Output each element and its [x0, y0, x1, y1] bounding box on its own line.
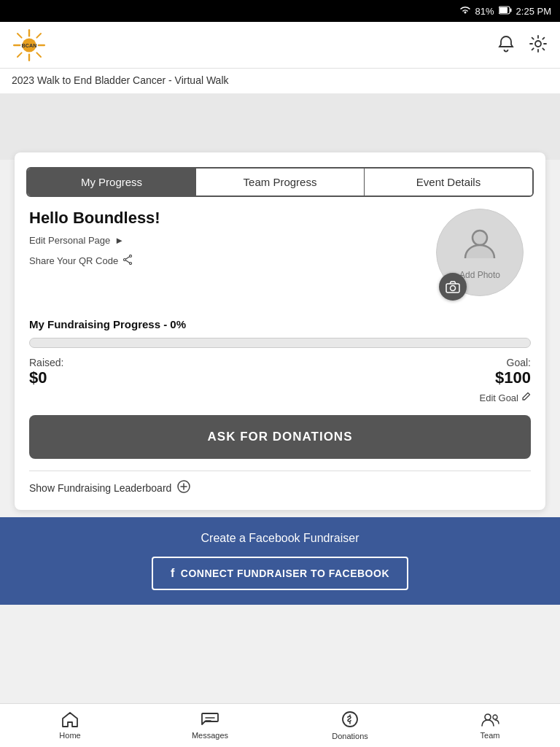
bottom-spacer	[0, 612, 560, 663]
person-silhouette-icon	[462, 225, 498, 268]
settings-icon[interactable]	[528, 34, 548, 57]
svg-point-21	[451, 286, 456, 291]
goal-section: Goal: $100	[495, 357, 531, 387]
notifications-icon[interactable]	[496, 34, 516, 57]
bottom-nav: Home Messages Donations Te	[0, 703, 560, 747]
nav-team-label: Team	[481, 731, 500, 740]
team-icon	[481, 711, 499, 729]
svg-point-13	[535, 41, 541, 47]
goal-amount: $100	[495, 368, 531, 387]
nav-item-messages[interactable]: Messages	[140, 704, 280, 747]
svg-point-26	[485, 714, 491, 720]
wifi-icon	[459, 6, 471, 17]
svg-line-11	[18, 53, 22, 57]
nav-item-team[interactable]: Team	[420, 704, 560, 747]
svg-rect-1	[510, 8, 511, 12]
main-card: My Progress Team Progress Event Details …	[15, 152, 545, 510]
plus-circle-icon	[177, 480, 190, 495]
nav-item-home[interactable]: Home	[0, 704, 140, 747]
facebook-card-title: Create a Facebook Fundraiser	[15, 532, 545, 545]
ask-donations-button[interactable]: ASK FOR DONATIONS	[29, 415, 531, 459]
svg-point-27	[493, 715, 497, 719]
profile-photo-area: Add Photo	[436, 209, 531, 303]
tab-team-progress[interactable]: Team Progress	[195, 169, 364, 196]
facebook-card: Create a Facebook Fundraiser f CONNECT F…	[0, 517, 560, 605]
raised-goal-row: Raised: $0 Goal: $100	[29, 357, 531, 387]
profile-section: Hello Boundless! Edit Personal Page ► Sh…	[15, 209, 545, 303]
svg-point-14	[130, 255, 132, 258]
raised-label: Raised:	[29, 357, 63, 368]
greeting-text: Hello Boundless!	[29, 209, 436, 228]
divider	[29, 471, 531, 471]
edit-goal-link[interactable]: Edit Goal	[29, 392, 531, 403]
svg-point-15	[130, 263, 132, 265]
status-bar: 81% 2:25 PM	[0, 0, 560, 22]
svg-line-9	[36, 53, 41, 57]
svg-point-16	[124, 259, 126, 261]
battery-icon	[499, 6, 512, 17]
raised-amount: $0	[29, 368, 63, 387]
banner-area	[0, 94, 560, 160]
svg-text:BCAN: BCAN	[22, 42, 37, 49]
svg-point-25	[343, 712, 357, 727]
edit-personal-page-link[interactable]: Edit Personal Page ►	[29, 235, 436, 246]
goal-label: Goal:	[495, 357, 531, 368]
progress-tabs: My Progress Team Progress Event Details	[26, 167, 534, 197]
svg-point-19	[472, 231, 487, 245]
tab-event-details[interactable]: Event Details	[364, 169, 532, 196]
nav-messages-label: Messages	[192, 731, 228, 740]
share-icon	[122, 255, 133, 267]
svg-line-17	[125, 257, 129, 259]
app-header: BCAN	[0, 22, 560, 69]
progress-bar-container	[29, 338, 531, 348]
nav-donations-label: Donations	[332, 732, 368, 740]
messages-icon	[201, 711, 219, 729]
fundraising-progress-title: My Fundraising Progress - 0%	[29, 318, 531, 330]
chevron-right-icon: ►	[114, 235, 124, 246]
pencil-icon	[521, 392, 531, 403]
add-photo-label: Add Photo	[459, 270, 500, 280]
nav-home-label: Home	[59, 731, 80, 740]
facebook-icon: f	[171, 567, 175, 580]
nav-item-donations[interactable]: Donations	[280, 704, 420, 747]
svg-rect-2	[499, 7, 508, 13]
connect-facebook-button[interactable]: f CONNECT FUNDRAISER TO FACEBOOK	[152, 557, 408, 590]
event-subtitle: 2023 Walk to End Bladder Cancer - Virtua…	[0, 69, 560, 94]
profile-text: Hello Boundless! Edit Personal Page ► Sh…	[29, 209, 436, 267]
svg-line-8	[18, 34, 22, 38]
battery-level: 81%	[475, 6, 494, 17]
fundraising-section: My Fundraising Progress - 0% Raised: $0 …	[15, 303, 545, 403]
app-logo: BCAN	[12, 28, 47, 63]
camera-icon-button[interactable]	[439, 273, 467, 301]
share-qr-link[interactable]: Share Your QR Code	[29, 255, 436, 267]
header-actions	[496, 34, 548, 57]
leaderboard-link[interactable]: Show Fundraising Leaderboard	[15, 480, 545, 495]
home-icon	[61, 711, 79, 729]
svg-line-18	[125, 260, 129, 263]
raised-section: Raised: $0	[29, 357, 63, 387]
svg-line-10	[36, 34, 41, 38]
tab-my-progress[interactable]: My Progress	[28, 169, 195, 196]
donations-icon	[341, 711, 359, 729]
time-display: 2:25 PM	[516, 6, 551, 17]
